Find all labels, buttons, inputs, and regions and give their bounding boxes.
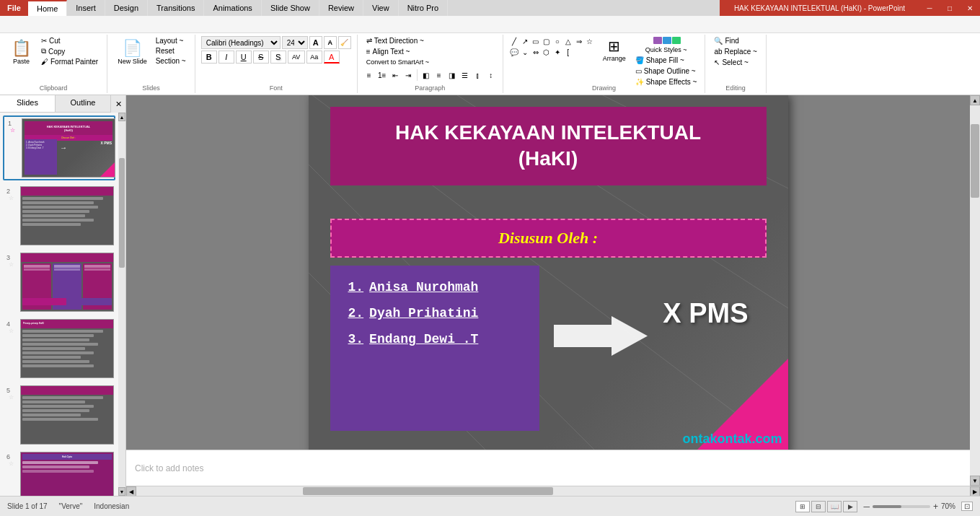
shape-star-btn[interactable]: ☆ xyxy=(585,36,595,46)
change-case-button[interactable]: Aa xyxy=(306,51,322,64)
shape-outline-button[interactable]: ▭ Shape Outline ~ xyxy=(633,66,699,76)
justify-button[interactable]: ☰ xyxy=(459,69,471,81)
numbering-button[interactable]: 1≡ xyxy=(376,69,388,81)
main-scroll-up[interactable]: ▲ xyxy=(970,95,980,105)
align-right-button[interactable]: ◨ xyxy=(446,69,458,81)
font-size-select[interactable]: 24 xyxy=(282,36,308,49)
char-spacing-button[interactable]: AV xyxy=(288,51,305,64)
replace-button[interactable]: ab Replace ~ xyxy=(711,47,759,56)
ribbon-tab-nitro pro[interactable]: Nitro Pro xyxy=(399,0,448,16)
font-color-button[interactable]: A xyxy=(324,51,340,64)
ribbon-tab-slide show[interactable]: Slide Show xyxy=(262,0,319,16)
align-text-button[interactable]: ≡ Align Text ~ xyxy=(363,47,413,56)
shape-line-btn[interactable]: ╱ xyxy=(509,36,519,46)
shape-cross-btn[interactable]: ✦ xyxy=(552,47,562,57)
normal-view-button[interactable]: ⊞ xyxy=(795,501,810,512)
font-family-select[interactable]: Calibri (Headings) xyxy=(201,36,281,49)
minimize-button[interactable]: ─ xyxy=(919,0,940,16)
main-scrollbar-h[interactable]: ◀ ▶ xyxy=(126,486,980,496)
decrease-indent-button[interactable]: ⇤ xyxy=(389,69,401,81)
shape-oval-btn[interactable]: ○ xyxy=(552,36,562,46)
reading-view-button[interactable]: 📖 xyxy=(827,501,842,512)
paste-button[interactable]: 📋 Paste xyxy=(6,36,37,68)
section-button[interactable]: Section ~ xyxy=(153,56,189,66)
arrange-button[interactable]: ⊞ Arrange xyxy=(599,36,630,64)
slide-subtitle-box[interactable]: Disusun Oleh : xyxy=(330,219,767,258)
text-shadow-button[interactable]: S xyxy=(270,51,286,64)
center-button[interactable]: ≡ xyxy=(433,69,445,81)
slide-item-3[interactable]: 3 ☆ xyxy=(3,251,115,313)
clear-format-button[interactable]: 🧹 xyxy=(338,36,351,49)
bullets-button[interactable]: ≡ xyxy=(363,69,375,81)
increase-indent-button[interactable]: ⇥ xyxy=(402,69,414,81)
slides-scrollbar[interactable]: ▲ ▼ xyxy=(118,113,125,496)
shape-arrow-btn[interactable]: ↗ xyxy=(520,36,530,46)
zoom-controls: ─ + 70% ⊡ xyxy=(863,502,973,512)
quick-styles-button[interactable]: Quick Styles ~ xyxy=(633,36,699,54)
columns-button[interactable]: ⫿ xyxy=(472,69,484,81)
new-slide-button[interactable]: 📄 New Slide xyxy=(113,36,151,68)
ribbon-tab-insert[interactable]: Insert xyxy=(67,0,105,16)
decrease-font-button[interactable]: A xyxy=(324,36,337,49)
shape-rrect-btn[interactable]: ▢ xyxy=(542,36,552,46)
file-button[interactable]: File xyxy=(0,0,28,16)
notes-area[interactable]: Click to add notes xyxy=(126,450,970,486)
shape-call-btn[interactable]: 💬 xyxy=(509,47,519,57)
slide-names-box[interactable]: 1.Anisa Nurohmah 2.Dyah Prihatini 3.Enda… xyxy=(330,266,539,431)
panel-close-button[interactable]: ✕ xyxy=(111,95,125,113)
find-button[interactable]: 🔍 Find xyxy=(711,36,759,45)
italic-button[interactable]: I xyxy=(218,51,234,64)
slideshow-button[interactable]: ▶ xyxy=(843,501,857,512)
cut-button[interactable]: ✂ Cut xyxy=(38,36,101,45)
ribbon-tab-animations[interactable]: Animations xyxy=(204,0,261,16)
ribbon-tab-transitions[interactable]: Transitions xyxy=(148,0,204,16)
main-scroll-right[interactable]: ▶ xyxy=(970,486,980,496)
shape-tri-btn[interactable]: △ xyxy=(563,36,573,46)
close-button[interactable]: ✕ xyxy=(960,0,980,16)
slides-tab[interactable]: Slides xyxy=(0,95,56,112)
shape-rect-btn[interactable]: ▭ xyxy=(531,36,541,46)
shape-fill-button[interactable]: 🪣 Shape Fill ~ xyxy=(633,56,699,65)
increase-font-button[interactable]: A xyxy=(309,36,322,49)
shape-rt-btn[interactable]: ⇒ xyxy=(574,36,584,46)
ribbon-tab-review[interactable]: Review xyxy=(319,0,363,16)
main-scrollbar-v[interactable]: ▲ ▼ xyxy=(970,95,980,486)
line-spacing-button[interactable]: ↕ xyxy=(485,69,497,81)
shape-effects-button[interactable]: ✨ Shape Effects ~ xyxy=(633,77,699,87)
main-scroll-down[interactable]: ▼ xyxy=(970,476,980,486)
strikethrough-button[interactable]: S xyxy=(253,51,269,64)
reset-button[interactable]: Reset xyxy=(153,46,189,56)
shape-dbl-btn[interactable]: ⇔ xyxy=(531,47,541,57)
slide-sorter-button[interactable]: ⊟ xyxy=(811,501,826,512)
fit-slide-button[interactable]: ⊡ xyxy=(961,502,973,511)
zoom-in-button[interactable]: + xyxy=(933,502,938,512)
zoom-slider[interactable] xyxy=(873,505,930,508)
ribbon-tab-home[interactable]: Home xyxy=(28,0,67,16)
shape-more-btn[interactable]: ⌄ xyxy=(520,47,530,57)
ribbon-tab-design[interactable]: Design xyxy=(105,0,148,16)
slide-item-4[interactable]: 4 ☆ Prinsip-prinsip HaKI xyxy=(3,318,115,380)
ribbon-tab-view[interactable]: View xyxy=(363,0,399,16)
text-direction-button[interactable]: ⇌ Text Direction ~ xyxy=(363,36,427,45)
align-left-button[interactable]: ◧ xyxy=(420,69,432,81)
zoom-out-button[interactable]: ─ xyxy=(863,502,870,512)
slide-item-5[interactable]: 5 ☆ xyxy=(3,384,115,446)
slide-item-1[interactable]: 1 ☆ HAK KEKAYAAN INTELEKTUAL(HaKI) Disus… xyxy=(3,115,115,180)
format-painter-button[interactable]: 🖌 Format Painter xyxy=(38,57,101,66)
convert-smartart-button[interactable]: Convert to SmartArt ~ xyxy=(363,58,432,66)
slides-scroll-down[interactable]: ▼ xyxy=(118,487,125,496)
slides-scroll-up[interactable]: ▲ xyxy=(118,113,125,121)
select-button[interactable]: ↖ Select ~ xyxy=(711,58,759,67)
copy-button[interactable]: ⧉ Copy xyxy=(38,46,101,56)
slide-item-6[interactable]: 6 ☆ Hak Cipta xyxy=(3,450,115,496)
slide-item-2[interactable]: 2 ☆ xyxy=(3,185,115,247)
slide-title-box[interactable]: HAK KEKAYAAN INTELEKTUAL (HaKI) xyxy=(330,107,767,185)
bold-button[interactable]: B xyxy=(201,51,217,64)
shape-hex-btn[interactable]: ⬡ xyxy=(542,47,552,57)
layout-button[interactable]: Layout ~ xyxy=(153,36,189,45)
main-scroll-left[interactable]: ◀ xyxy=(126,486,136,496)
maximize-button[interactable]: □ xyxy=(940,0,960,16)
outline-tab[interactable]: Outline xyxy=(56,95,111,112)
shape-bracket-btn[interactable]: [ xyxy=(563,47,573,57)
underline-button[interactable]: U xyxy=(236,51,252,64)
